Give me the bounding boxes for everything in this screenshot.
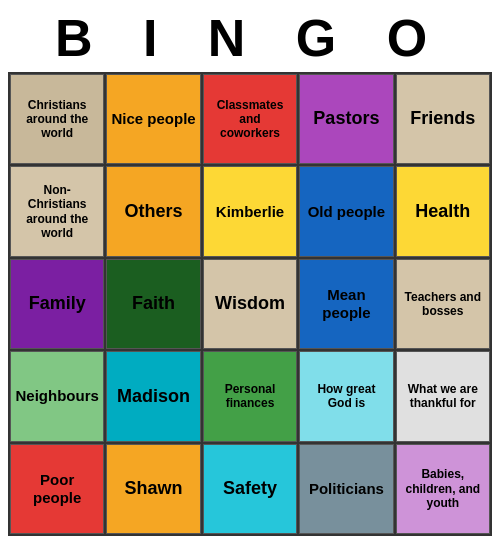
grid-cell-4[interactable]: Friends xyxy=(396,74,490,164)
grid-cell-11[interactable]: Faith xyxy=(106,259,200,349)
grid-cell-20[interactable]: Poor people xyxy=(10,444,104,534)
grid-cell-16[interactable]: Madison xyxy=(106,351,200,441)
grid-cell-0[interactable]: Christians around the world xyxy=(10,74,104,164)
grid-cell-24[interactable]: Babies, children, and youth xyxy=(396,444,490,534)
grid-cell-2[interactable]: Classmates and coworkers xyxy=(203,74,297,164)
grid-cell-10[interactable]: Family xyxy=(10,259,104,349)
grid-cell-21[interactable]: Shawn xyxy=(106,444,200,534)
grid-cell-1[interactable]: Nice people xyxy=(106,74,200,164)
bingo-grid: Christians around the worldNice peopleCl… xyxy=(8,72,492,536)
grid-cell-7[interactable]: Kimberlie xyxy=(203,166,297,256)
grid-cell-3[interactable]: Pastors xyxy=(299,74,393,164)
grid-cell-12[interactable]: Wisdom xyxy=(203,259,297,349)
grid-cell-15[interactable]: Neighbours xyxy=(10,351,104,441)
grid-cell-22[interactable]: Safety xyxy=(203,444,297,534)
grid-cell-23[interactable]: Politicians xyxy=(299,444,393,534)
grid-cell-17[interactable]: Personal finances xyxy=(203,351,297,441)
grid-cell-19[interactable]: What we are thankful for xyxy=(396,351,490,441)
grid-cell-14[interactable]: Teachers and bosses xyxy=(396,259,490,349)
grid-cell-18[interactable]: How great God is xyxy=(299,351,393,441)
grid-cell-8[interactable]: Old people xyxy=(299,166,393,256)
grid-cell-13[interactable]: Mean people xyxy=(299,259,393,349)
bingo-title: B I N G O xyxy=(8,8,492,68)
grid-cell-9[interactable]: Health xyxy=(396,166,490,256)
grid-cell-6[interactable]: Others xyxy=(106,166,200,256)
grid-cell-5[interactable]: Non-Christians around the world xyxy=(10,166,104,256)
